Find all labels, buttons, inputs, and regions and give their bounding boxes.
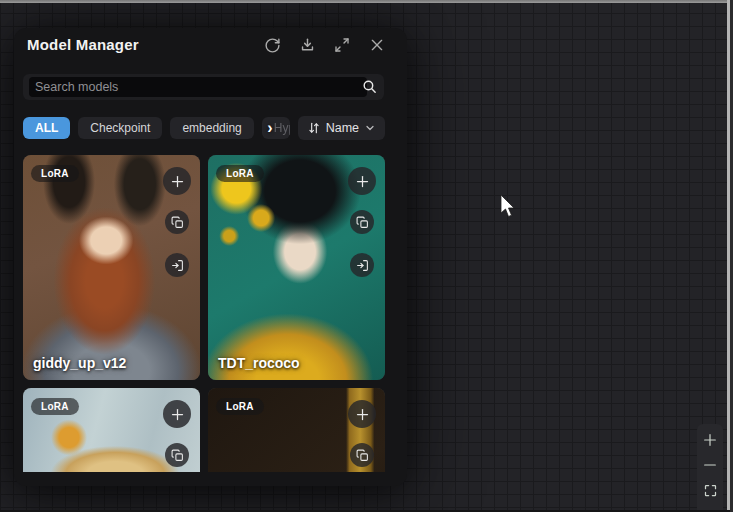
filter-chips-row: ALL Checkpoint embedding Hype › Name — [23, 117, 385, 139]
model-grid: LoRA giddy_up_v12 LoRA — [23, 155, 385, 472]
card-actions — [163, 167, 191, 277]
import-model-button[interactable] — [165, 253, 189, 277]
import-icon — [171, 259, 184, 272]
model-type-badge: LoRA — [31, 398, 79, 415]
copy-icon — [356, 216, 369, 229]
sort-icon — [307, 121, 321, 135]
copy-icon — [171, 216, 184, 229]
model-manager-panel: Model Manager ALL Checkpoint embedding H… — [14, 28, 407, 486]
model-card[interactable]: LoRA TDT_rococo — [208, 155, 385, 380]
expand-button[interactable] — [332, 35, 352, 55]
fit-view-icon — [703, 483, 718, 498]
zoom-out-button[interactable] — [700, 455, 720, 475]
download-icon — [299, 37, 316, 54]
model-name: TDT_rococo — [218, 355, 300, 371]
sort-label: Name — [326, 121, 359, 135]
close-icon — [369, 37, 385, 53]
download-button[interactable] — [297, 35, 317, 55]
search-input[interactable] — [29, 77, 367, 97]
add-model-button[interactable] — [348, 400, 376, 428]
filter-chip-all[interactable]: ALL — [23, 117, 70, 139]
model-type-badge: LoRA — [31, 165, 79, 182]
import-model-button[interactable] — [350, 253, 374, 277]
chips-scroll-right-icon[interactable]: › — [262, 117, 278, 139]
expand-icon — [334, 37, 350, 53]
fit-view-button[interactable] — [700, 480, 720, 500]
refresh-button[interactable] — [262, 35, 282, 55]
plus-icon — [170, 174, 185, 189]
panel-header: Model Manager — [14, 28, 407, 62]
add-model-button[interactable] — [163, 167, 191, 195]
plus-icon — [355, 407, 370, 422]
zoom-in-button[interactable] — [700, 430, 720, 450]
search-box — [23, 74, 384, 100]
sort-dropdown[interactable]: Name — [298, 116, 385, 140]
copy-icon — [356, 449, 369, 462]
zoom-out-icon — [702, 457, 718, 473]
model-type-badge: LoRA — [216, 165, 264, 182]
copy-icon — [171, 449, 184, 462]
close-button[interactable] — [367, 35, 387, 55]
chevron-down-icon — [364, 122, 376, 134]
model-card[interactable]: LoRA — [208, 388, 385, 472]
add-model-button[interactable] — [348, 167, 376, 195]
copy-model-button[interactable] — [165, 210, 189, 234]
canvas-zoom-toolbar — [697, 424, 723, 512]
card-actions — [348, 400, 376, 467]
search-icon[interactable] — [361, 78, 378, 99]
model-card[interactable]: LoRA giddy_up_v12 — [23, 155, 200, 380]
filter-chip-embedding[interactable]: embedding — [170, 117, 253, 139]
model-list-viewport[interactable]: LoRA giddy_up_v12 LoRA — [23, 155, 385, 472]
window-border-top — [0, 0, 733, 3]
copy-model-button[interactable] — [350, 443, 374, 467]
zoom-in-icon — [702, 432, 718, 448]
add-model-button[interactable] — [163, 400, 191, 428]
copy-model-button[interactable] — [165, 443, 189, 467]
plus-icon — [170, 407, 185, 422]
plus-icon — [355, 174, 370, 189]
panel-title: Model Manager — [27, 36, 139, 53]
refresh-icon — [264, 37, 281, 54]
model-name: giddy_up_v12 — [33, 355, 126, 371]
card-actions — [163, 400, 191, 467]
model-card[interactable]: LoRA — [23, 388, 200, 472]
header-actions — [262, 35, 387, 55]
import-icon — [356, 259, 369, 272]
copy-model-button[interactable] — [350, 210, 374, 234]
card-actions — [348, 167, 376, 277]
model-type-badge: LoRA — [216, 398, 264, 415]
filter-chip-checkpoint[interactable]: Checkpoint — [78, 117, 162, 139]
